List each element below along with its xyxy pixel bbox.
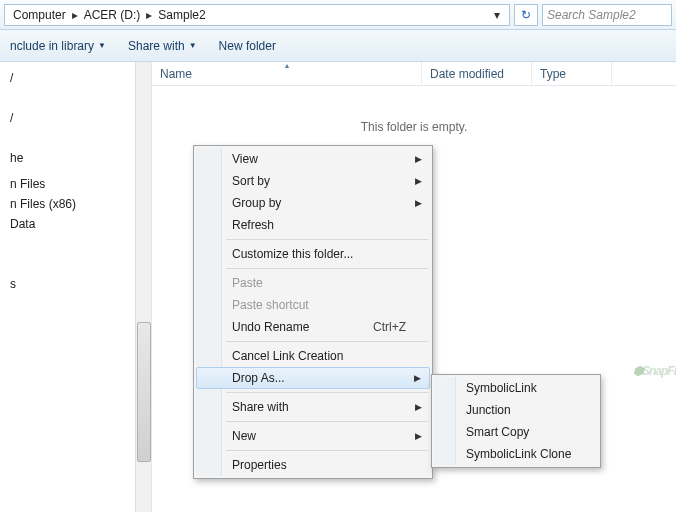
chevron-right-icon[interactable]: ▸ — [70, 8, 80, 22]
menu-separator — [226, 268, 428, 269]
include-label: nclude in library — [10, 39, 94, 53]
submenu-arrow-icon: ▶ — [415, 431, 422, 441]
breadcrumb-drive[interactable]: ACER (D:) — [80, 8, 145, 22]
search-placeholder: Search Sample2 — [547, 8, 636, 22]
dropdown-icon: ▼ — [98, 41, 106, 50]
submenu-symboliclink[interactable]: SymbolicLink — [434, 377, 598, 399]
context-menu: View▶ Sort by▶ Group by▶ Refresh Customi… — [193, 145, 433, 479]
menu-refresh[interactable]: Refresh — [196, 214, 430, 236]
submenu-arrow-icon: ▶ — [415, 154, 422, 164]
shortcut-label: Ctrl+Z — [373, 320, 406, 334]
dropdown-icon: ▼ — [189, 41, 197, 50]
breadcrumb[interactable]: Computer ▸ ACER (D:) ▸ Sample2 ▾ — [4, 4, 510, 26]
submenu-arrow-icon: ▶ — [415, 198, 422, 208]
sidebar-item[interactable]: Data — [6, 214, 151, 234]
submenu-arrow-icon: ▶ — [415, 176, 422, 186]
address-bar: Computer ▸ ACER (D:) ▸ Sample2 ▾ ↻ Searc… — [0, 0, 676, 30]
menu-view[interactable]: View▶ — [196, 148, 430, 170]
newfolder-label: New folder — [219, 39, 276, 53]
sort-ascending-icon: ▴ — [285, 61, 289, 70]
sidebar-item[interactable]: he — [6, 148, 151, 168]
menu-separator — [226, 341, 428, 342]
sidebar-item[interactable]: / — [6, 108, 151, 128]
column-headers: Name ▴ Date modified Type — [152, 62, 676, 86]
scrollbar-thumb[interactable] — [137, 322, 151, 462]
menu-new[interactable]: New▶ — [196, 425, 430, 447]
sidebar-item[interactable]: n Files — [6, 174, 151, 194]
breadcrumb-folder[interactable]: Sample2 — [154, 8, 209, 22]
column-name-label: Name — [160, 67, 192, 81]
submenu-junction[interactable]: Junction — [434, 399, 598, 421]
toolbar: nclude in library ▼ Share with ▼ New fol… — [0, 30, 676, 62]
new-folder-button[interactable]: New folder — [219, 39, 276, 53]
menu-paste: Paste — [196, 272, 430, 294]
breadcrumb-computer[interactable]: Computer — [9, 8, 70, 22]
refresh-icon: ↻ — [521, 8, 531, 22]
menu-separator — [226, 421, 428, 422]
sidebar-item[interactable]: n Files (x86) — [6, 194, 151, 214]
menu-separator — [226, 392, 428, 393]
menu-separator — [226, 450, 428, 451]
menu-undo-rename[interactable]: Undo RenameCtrl+Z — [196, 316, 430, 338]
submenu-symboliclink-clone[interactable]: SymbolicLink Clone — [434, 443, 598, 465]
share-label: Share with — [128, 39, 185, 53]
sidebar-item[interactable]: s — [6, 274, 151, 294]
submenu-smart-copy[interactable]: Smart Copy — [434, 421, 598, 443]
search-input[interactable]: Search Sample2 — [542, 4, 672, 26]
sidebar-scrollbar[interactable] — [135, 62, 151, 512]
column-date[interactable]: Date modified — [422, 62, 532, 85]
menu-customize[interactable]: Customize this folder... — [196, 243, 430, 265]
menu-drop-as[interactable]: Drop As...▶ — [196, 367, 430, 389]
submenu-arrow-icon: ▶ — [415, 402, 422, 412]
column-name[interactable]: Name ▴ — [152, 62, 422, 85]
submenu-arrow-icon: ▶ — [414, 373, 421, 383]
menu-cancel-link[interactable]: Cancel Link Creation — [196, 345, 430, 367]
column-type[interactable]: Type — [532, 62, 612, 85]
chevron-right-icon[interactable]: ▸ — [144, 8, 154, 22]
address-dropdown-icon[interactable]: ▾ — [489, 8, 505, 22]
menu-sort-by[interactable]: Sort by▶ — [196, 170, 430, 192]
menu-share-with[interactable]: Share with▶ — [196, 396, 430, 418]
menu-group-by[interactable]: Group by▶ — [196, 192, 430, 214]
menu-separator — [226, 239, 428, 240]
menu-properties[interactable]: Properties — [196, 454, 430, 476]
navigation-sidebar: / / he n Files n Files (x86) Data s — [0, 62, 152, 512]
sidebar-item[interactable]: / — [6, 68, 151, 88]
include-in-library-button[interactable]: nclude in library ▼ — [10, 39, 106, 53]
menu-paste-shortcut: Paste shortcut — [196, 294, 430, 316]
empty-folder-message: This folder is empty. — [152, 120, 676, 134]
refresh-button[interactable]: ↻ — [514, 4, 538, 26]
share-with-button[interactable]: Share with ▼ — [128, 39, 197, 53]
drop-as-submenu: SymbolicLink Junction Smart Copy Symboli… — [431, 374, 601, 468]
